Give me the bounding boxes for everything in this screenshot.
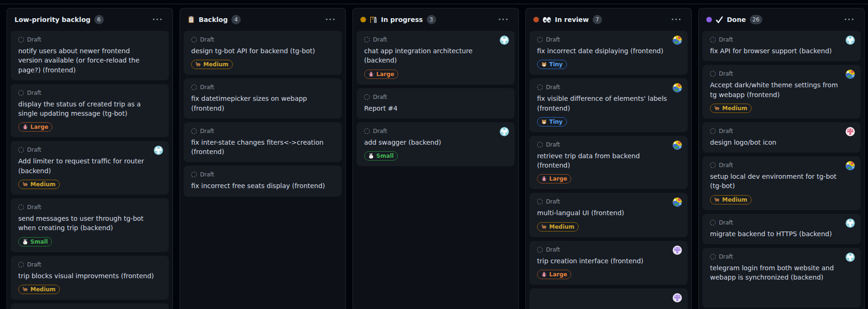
card-labels: Large xyxy=(364,65,507,79)
column-menu-button[interactable]: ··· xyxy=(151,15,165,24)
issue-card[interactable]: Draft chat app integration architecture … xyxy=(357,31,515,84)
draft-status-row: Draft xyxy=(537,84,680,91)
avatar-blue xyxy=(154,146,163,155)
size-label-tiny: Tiny xyxy=(537,117,567,126)
card-labels: Medium xyxy=(191,56,334,69)
card-title: display the status of created trip as a … xyxy=(18,99,161,119)
size-label-medium: Medium xyxy=(710,195,752,204)
issue-card[interactable]: Draft setup local dev environment for tg… xyxy=(703,156,861,210)
draft-status-label: Draft xyxy=(719,219,733,226)
card-title: fix incorrect date dsiplaying (frontend) xyxy=(537,46,680,56)
draft-status-icon xyxy=(537,142,543,147)
card-title: fix datetimepicker sizes on webapp (fron… xyxy=(191,94,334,113)
issue-card[interactable]: Draft trip creation interface (frontend)… xyxy=(530,241,688,285)
draft-status-icon xyxy=(710,254,716,260)
draft-status-icon xyxy=(537,37,543,42)
column-done: Done 26 ··· Draft fix API for browser su… xyxy=(698,8,865,309)
size-label-text: Medium xyxy=(722,105,747,111)
column-menu-button[interactable]: ··· xyxy=(669,15,684,24)
draft-status-row: Draft xyxy=(537,141,680,148)
draft-status-icon xyxy=(537,84,543,90)
column-title-in-progress: In progress xyxy=(381,16,423,23)
column-menu-button[interactable]: ··· xyxy=(323,15,338,24)
rabbit-icon xyxy=(368,153,374,159)
size-label-small: Small xyxy=(364,151,398,161)
issue-card[interactable]: Draft telegram login from both website a… xyxy=(703,248,861,308)
size-label-tiny: Tiny xyxy=(537,60,567,69)
card-labels: Small xyxy=(364,147,507,161)
column-cards: Draft design tg-bot API for backend (tg-… xyxy=(180,27,345,200)
draft-status-row: Draft xyxy=(364,94,507,100)
draft-status-label: Draft xyxy=(546,141,560,148)
card-title: trip blocks visual improvments (frontend… xyxy=(18,271,161,281)
issue-card[interactable]: Draft fix incorrect free seats display (… xyxy=(184,166,342,196)
avatar-purple xyxy=(673,246,682,255)
draft-status-row: Draft xyxy=(18,90,161,96)
draft-status-label: Draft xyxy=(373,94,387,100)
card-title: chat app integration architecture (backe… xyxy=(364,46,507,65)
card-title: telegram login from both website and web… xyxy=(710,263,853,282)
column-count-badge: 7 xyxy=(593,15,602,24)
issue-card[interactable]: Draft retrieve trip data from backend (f… xyxy=(530,136,688,190)
draft-status-icon xyxy=(191,84,197,90)
issue-card[interactable]: Draft design logo/bot icon xyxy=(703,122,861,153)
issue-card[interactable]: Draft Accept dark/white theme settings f… xyxy=(703,65,861,119)
size-label-medium: Medium xyxy=(537,222,579,232)
draft-status-icon xyxy=(191,128,197,134)
draft-status-icon xyxy=(191,172,197,177)
issue-card[interactable]: Draft fix API for browser support (backe… xyxy=(703,31,861,61)
issue-card[interactable]: Draft design tg-bot API for backend (tg-… xyxy=(184,31,342,75)
column-in-review: In review 7 ··· Draft fix incorrect date… xyxy=(525,8,692,309)
in-progress-status-dot xyxy=(360,17,366,22)
size-label-text: Large xyxy=(549,272,567,277)
draft-status-row: Draft xyxy=(191,128,334,134)
column-cards: Draft fix incorrect date dsiplaying (fro… xyxy=(526,27,691,309)
check-icon xyxy=(716,16,723,23)
issue-card[interactable]: Draft fix incorrect date dsiplaying (fro… xyxy=(530,31,688,75)
draft-status-icon xyxy=(18,90,24,96)
clipboard-icon xyxy=(187,16,195,23)
column-low-priority-backlog: Low-priority backlog 6 ··· Draft notify … xyxy=(7,8,173,309)
card-title: send messages to user through tg-bot whe… xyxy=(18,214,161,233)
draft-status-row: Draft xyxy=(710,219,853,226)
card-title: add swagger (backend) xyxy=(364,138,507,147)
column-backlog: Backlog 4 ··· Draft design tg-bot API fo… xyxy=(179,8,346,309)
card-title: setup local dev environment for tg-bot (… xyxy=(710,172,853,191)
issue-card[interactable]: Draft add swagger (backend) Small xyxy=(357,122,515,166)
done-status-dot xyxy=(706,17,712,22)
issue-card[interactable]: Draft fix visible difference of elements… xyxy=(530,78,688,132)
column-title-in-review: In review xyxy=(555,16,589,23)
card-labels: Large xyxy=(18,118,161,132)
draft-status-label: Draft xyxy=(200,84,214,91)
issue-card[interactable]: Draft migrate backend to HTTPS (backend) xyxy=(703,214,861,244)
issue-card[interactable]: Draft send messages to user through tg-b… xyxy=(11,198,169,252)
draft-status-label: Draft xyxy=(719,128,733,134)
size-label-large: Large xyxy=(537,174,571,183)
draft-status-icon xyxy=(710,220,716,225)
draft-status-icon xyxy=(18,262,24,267)
column-menu-button[interactable]: ··· xyxy=(842,15,857,24)
card-title: multi-langual UI (frontend) xyxy=(537,208,680,218)
issue-card[interactable]: Draft multi-langual UI (frontend) Medium xyxy=(530,193,688,237)
issue-card[interactable]: Draft trip blocks visual improvments (fr… xyxy=(11,256,169,300)
card-title: migrate backend to HTTPS (backend) xyxy=(710,229,853,239)
issue-card-partial[interactable] xyxy=(530,288,688,309)
issue-card[interactable]: Draft fix datetimepicker sizes on webapp… xyxy=(184,78,342,119)
issue-card[interactable]: Draft Report #4 xyxy=(357,88,515,119)
draft-status-row: Draft xyxy=(364,128,507,134)
eyes-icon xyxy=(543,17,551,23)
card-title: retrieve trip data from backend (fronten… xyxy=(537,151,680,170)
issue-card[interactable]: Draft display the status of created trip… xyxy=(11,84,169,138)
card-title: design tg-bot API for backend (tg-bot) xyxy=(191,46,334,56)
draft-status-row: Draft xyxy=(18,204,161,211)
issue-card[interactable]: Draft fix inter-state changes fiters<->c… xyxy=(184,122,342,162)
issue-card[interactable]: Draft Add limiter to request traffic for… xyxy=(11,141,169,195)
size-label-text: Small xyxy=(376,153,394,159)
size-label-text: Medium xyxy=(203,62,229,67)
size-label-text: Medium xyxy=(30,287,56,292)
column-menu-button[interactable]: ··· xyxy=(496,15,511,24)
roach-icon xyxy=(22,124,28,130)
issue-card[interactable]: Draft notify users about newer frontend … xyxy=(11,31,169,80)
issue-card-partial[interactable] xyxy=(11,303,169,309)
draft-status-row: Draft xyxy=(710,36,853,43)
